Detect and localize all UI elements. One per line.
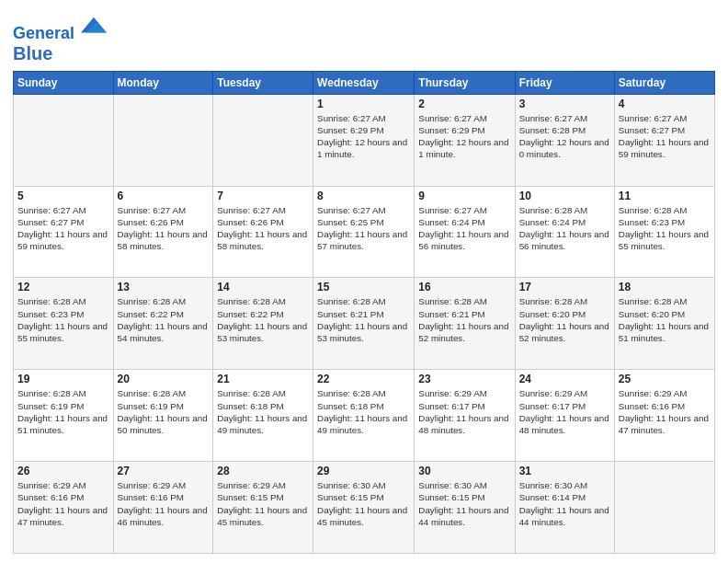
weekday-header-saturday: Saturday xyxy=(614,71,714,94)
day-info: Sunrise: 6:27 AM Sunset: 6:29 PM Dayligh… xyxy=(418,112,510,161)
calendar-cell: 12Sunrise: 6:28 AM Sunset: 6:23 PM Dayli… xyxy=(14,278,114,370)
calendar-cell: 23Sunrise: 6:29 AM Sunset: 6:17 PM Dayli… xyxy=(415,370,515,462)
day-number: 1 xyxy=(317,98,410,110)
week-row-1: 5Sunrise: 6:27 AM Sunset: 6:27 PM Daylig… xyxy=(14,186,715,278)
day-info: Sunrise: 6:30 AM Sunset: 6:15 PM Dayligh… xyxy=(418,479,510,528)
day-info: Sunrise: 6:28 AM Sunset: 6:22 PM Dayligh… xyxy=(217,295,309,344)
day-number: 4 xyxy=(619,98,711,110)
day-number: 16 xyxy=(418,281,510,293)
day-info: Sunrise: 6:28 AM Sunset: 6:19 PM Dayligh… xyxy=(118,387,210,436)
calendar-cell xyxy=(213,94,313,186)
calendar-cell: 16Sunrise: 6:28 AM Sunset: 6:21 PM Dayli… xyxy=(415,278,515,370)
calendar-cell xyxy=(113,94,213,186)
day-number: 23 xyxy=(418,373,510,385)
calendar-cell: 27Sunrise: 6:29 AM Sunset: 6:16 PM Dayli… xyxy=(113,462,213,554)
day-info: Sunrise: 6:29 AM Sunset: 6:16 PM Dayligh… xyxy=(619,387,711,436)
page: General Blue SundayMondayTuesdayWednesda… xyxy=(0,0,728,563)
day-number: 18 xyxy=(619,281,711,293)
calendar-cell: 10Sunrise: 6:28 AM Sunset: 6:24 PM Dayli… xyxy=(515,186,614,278)
calendar-cell: 4Sunrise: 6:27 AM Sunset: 6:27 PM Daylig… xyxy=(614,94,714,186)
logo-general: General xyxy=(13,24,74,42)
weekday-header-tuesday: Tuesday xyxy=(213,71,313,94)
day-number: 13 xyxy=(118,281,210,293)
day-number: 10 xyxy=(519,190,610,202)
calendar-cell xyxy=(14,94,114,186)
calendar-cell xyxy=(614,462,714,554)
day-number: 24 xyxy=(519,373,610,385)
weekday-header-sunday: Sunday xyxy=(14,71,114,94)
weekday-header-row: SundayMondayTuesdayWednesdayThursdayFrid… xyxy=(14,71,715,94)
day-number: 9 xyxy=(418,190,510,202)
week-row-4: 26Sunrise: 6:29 AM Sunset: 6:16 PM Dayli… xyxy=(14,462,715,554)
calendar-cell: 22Sunrise: 6:28 AM Sunset: 6:18 PM Dayli… xyxy=(313,370,415,462)
calendar-cell: 17Sunrise: 6:28 AM Sunset: 6:20 PM Dayli… xyxy=(515,278,614,370)
day-info: Sunrise: 6:28 AM Sunset: 6:21 PM Dayligh… xyxy=(317,295,410,344)
calendar-cell: 18Sunrise: 6:28 AM Sunset: 6:20 PM Dayli… xyxy=(614,278,714,370)
calendar-cell: 11Sunrise: 6:28 AM Sunset: 6:23 PM Dayli… xyxy=(614,186,714,278)
calendar-cell: 31Sunrise: 6:30 AM Sunset: 6:14 PM Dayli… xyxy=(515,462,614,554)
day-info: Sunrise: 6:28 AM Sunset: 6:18 PM Dayligh… xyxy=(217,387,309,436)
calendar-cell: 19Sunrise: 6:28 AM Sunset: 6:19 PM Dayli… xyxy=(14,370,114,462)
day-number: 15 xyxy=(317,281,410,293)
day-info: Sunrise: 6:29 AM Sunset: 6:17 PM Dayligh… xyxy=(418,387,510,436)
header: General Blue xyxy=(13,9,715,63)
day-number: 14 xyxy=(217,281,309,293)
calendar-cell: 25Sunrise: 6:29 AM Sunset: 6:16 PM Dayli… xyxy=(614,370,714,462)
calendar-cell: 30Sunrise: 6:30 AM Sunset: 6:15 PM Dayli… xyxy=(415,462,515,554)
calendar-cell: 8Sunrise: 6:27 AM Sunset: 6:25 PM Daylig… xyxy=(313,186,415,278)
day-number: 21 xyxy=(217,373,309,385)
day-info: Sunrise: 6:27 AM Sunset: 6:25 PM Dayligh… xyxy=(317,204,410,253)
day-number: 27 xyxy=(118,465,210,477)
day-info: Sunrise: 6:28 AM Sunset: 6:18 PM Dayligh… xyxy=(317,387,410,436)
calendar-cell: 6Sunrise: 6:27 AM Sunset: 6:26 PM Daylig… xyxy=(113,186,213,278)
calendar-cell: 3Sunrise: 6:27 AM Sunset: 6:28 PM Daylig… xyxy=(515,94,614,186)
logo: General Blue xyxy=(13,13,107,63)
calendar-cell: 28Sunrise: 6:29 AM Sunset: 6:15 PM Dayli… xyxy=(213,462,313,554)
day-info: Sunrise: 6:27 AM Sunset: 6:24 PM Dayligh… xyxy=(418,204,510,253)
week-row-0: 1Sunrise: 6:27 AM Sunset: 6:29 PM Daylig… xyxy=(14,94,715,186)
calendar-cell: 21Sunrise: 6:28 AM Sunset: 6:18 PM Dayli… xyxy=(213,370,313,462)
weekday-header-wednesday: Wednesday xyxy=(313,71,415,94)
calendar-cell: 24Sunrise: 6:29 AM Sunset: 6:17 PM Dayli… xyxy=(515,370,614,462)
day-number: 6 xyxy=(118,190,210,202)
calendar-cell: 1Sunrise: 6:27 AM Sunset: 6:29 PM Daylig… xyxy=(313,94,415,186)
day-info: Sunrise: 6:28 AM Sunset: 6:23 PM Dayligh… xyxy=(17,295,109,344)
calendar-table: SundayMondayTuesdayWednesdayThursdayFrid… xyxy=(13,71,715,554)
day-info: Sunrise: 6:28 AM Sunset: 6:20 PM Dayligh… xyxy=(619,295,711,344)
calendar-cell: 2Sunrise: 6:27 AM Sunset: 6:29 PM Daylig… xyxy=(415,94,515,186)
day-number: 5 xyxy=(17,190,109,202)
day-info: Sunrise: 6:28 AM Sunset: 6:21 PM Dayligh… xyxy=(418,295,510,344)
week-row-3: 19Sunrise: 6:28 AM Sunset: 6:19 PM Dayli… xyxy=(14,370,715,462)
day-number: 11 xyxy=(619,190,711,202)
day-info: Sunrise: 6:28 AM Sunset: 6:22 PM Dayligh… xyxy=(118,295,210,344)
day-info: Sunrise: 6:27 AM Sunset: 6:27 PM Dayligh… xyxy=(17,204,109,253)
day-info: Sunrise: 6:29 AM Sunset: 6:15 PM Dayligh… xyxy=(217,479,309,528)
day-number: 31 xyxy=(519,465,610,477)
logo-icon xyxy=(81,13,107,39)
day-info: Sunrise: 6:29 AM Sunset: 6:16 PM Dayligh… xyxy=(118,479,210,528)
day-number: 17 xyxy=(519,281,610,293)
day-number: 8 xyxy=(317,190,410,202)
day-info: Sunrise: 6:28 AM Sunset: 6:24 PM Dayligh… xyxy=(519,204,610,253)
calendar-cell: 5Sunrise: 6:27 AM Sunset: 6:27 PM Daylig… xyxy=(14,186,114,278)
calendar-cell: 29Sunrise: 6:30 AM Sunset: 6:15 PM Dayli… xyxy=(313,462,415,554)
calendar-cell: 9Sunrise: 6:27 AM Sunset: 6:24 PM Daylig… xyxy=(415,186,515,278)
day-info: Sunrise: 6:29 AM Sunset: 6:17 PM Dayligh… xyxy=(519,387,610,436)
day-number: 25 xyxy=(619,373,711,385)
calendar-cell: 13Sunrise: 6:28 AM Sunset: 6:22 PM Dayli… xyxy=(113,278,213,370)
weekday-header-thursday: Thursday xyxy=(415,71,515,94)
day-number: 12 xyxy=(17,281,109,293)
day-info: Sunrise: 6:30 AM Sunset: 6:15 PM Dayligh… xyxy=(317,479,410,528)
day-info: Sunrise: 6:27 AM Sunset: 6:26 PM Dayligh… xyxy=(217,204,309,253)
day-info: Sunrise: 6:29 AM Sunset: 6:16 PM Dayligh… xyxy=(17,479,109,528)
calendar-cell: 26Sunrise: 6:29 AM Sunset: 6:16 PM Dayli… xyxy=(14,462,114,554)
day-info: Sunrise: 6:28 AM Sunset: 6:23 PM Dayligh… xyxy=(619,204,711,253)
calendar-cell: 7Sunrise: 6:27 AM Sunset: 6:26 PM Daylig… xyxy=(213,186,313,278)
day-number: 30 xyxy=(418,465,510,477)
logo-text: General xyxy=(13,13,107,43)
day-info: Sunrise: 6:27 AM Sunset: 6:29 PM Dayligh… xyxy=(317,112,410,161)
weekday-header-friday: Friday xyxy=(515,71,614,94)
day-info: Sunrise: 6:28 AM Sunset: 6:20 PM Dayligh… xyxy=(519,295,610,344)
day-number: 20 xyxy=(118,373,210,385)
logo-blue: Blue xyxy=(13,43,107,63)
